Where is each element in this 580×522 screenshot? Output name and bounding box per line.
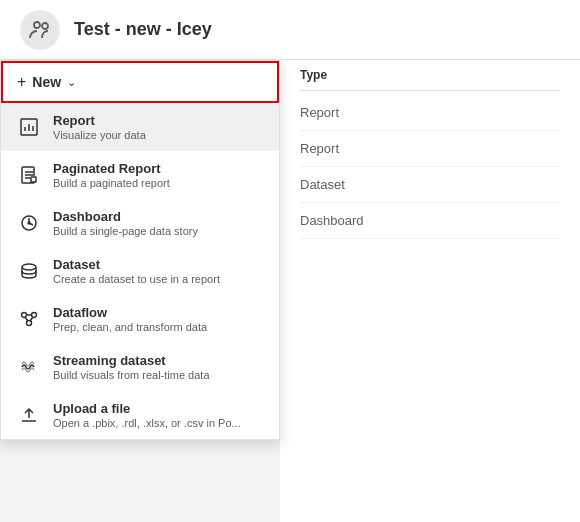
workspace-area: Type Report Report Dataset Dashboard <box>280 60 580 522</box>
people-icon <box>28 18 52 42</box>
table-row: Dataset <box>300 167 560 203</box>
menu-item-dashboard[interactable]: Dashboard Build a single-page data story <box>1 199 279 247</box>
dataflow-text: Dataflow Prep, clean, and transform data <box>53 305 207 333</box>
paginated-report-icon <box>15 161 43 189</box>
dataflow-icon <box>15 305 43 333</box>
menu-item-paginated-report[interactable]: Paginated Report Build a paginated repor… <box>1 151 279 199</box>
type-value: Dashboard <box>300 213 364 228</box>
report-subtitle: Visualize your data <box>53 129 146 141</box>
app-header: Test - new - Icey <box>0 0 580 60</box>
streaming-subtitle: Build visuals from real-time data <box>53 369 210 381</box>
menu-item-dataflow[interactable]: Dataflow Prep, clean, and transform data <box>1 295 279 343</box>
streaming-title: Streaming dataset <box>53 353 210 368</box>
dataset-icon <box>15 257 43 285</box>
upload-title: Upload a file <box>53 401 241 416</box>
paginated-report-subtitle: Build a paginated report <box>53 177 170 189</box>
dataset-title: Dataset <box>53 257 220 272</box>
type-value: Report <box>300 141 339 156</box>
streaming-icon <box>15 353 43 381</box>
new-button-label: New <box>32 74 61 90</box>
dataflow-title: Dataflow <box>53 305 207 320</box>
chevron-down-icon: ⌄ <box>67 76 76 89</box>
workspace-avatar <box>20 10 60 50</box>
dashboard-icon <box>15 209 43 237</box>
menu-item-streaming[interactable]: Streaming dataset Build visuals from rea… <box>1 343 279 391</box>
report-icon <box>15 113 43 141</box>
svg-line-21 <box>25 317 28 321</box>
type-value: Dataset <box>300 177 345 192</box>
type-column-header: Type <box>300 60 560 91</box>
svg-point-15 <box>28 222 30 224</box>
svg-point-17 <box>22 313 27 318</box>
svg-line-22 <box>30 317 33 321</box>
svg-point-1 <box>42 23 48 29</box>
dataset-subtitle: Create a dataset to use in a report <box>53 273 220 285</box>
report-text: Report Visualize your data <box>53 113 146 141</box>
paginated-report-title: Paginated Report <box>53 161 170 176</box>
new-button[interactable]: + New ⌄ <box>1 61 279 103</box>
plus-icon: + <box>17 73 26 91</box>
new-dropdown-panel: + New ⌄ Report Visualize your data <box>0 60 280 440</box>
streaming-text: Streaming dataset Build visuals from rea… <box>53 353 210 381</box>
dataflow-subtitle: Prep, clean, and transform data <box>53 321 207 333</box>
upload-text: Upload a file Open a .pbix, .rdl, .xlsx,… <box>53 401 241 429</box>
svg-point-16 <box>22 264 36 270</box>
svg-point-0 <box>34 22 40 28</box>
menu-item-report[interactable]: Report Visualize your data <box>1 103 279 151</box>
table-row: Report <box>300 131 560 167</box>
menu-item-dataset[interactable]: Dataset Create a dataset to use in a rep… <box>1 247 279 295</box>
dashboard-title: Dashboard <box>53 209 198 224</box>
table-row: Report <box>300 95 560 131</box>
table-row: Dashboard <box>300 203 560 239</box>
upload-icon <box>15 401 43 429</box>
dashboard-text: Dashboard Build a single-page data story <box>53 209 198 237</box>
dataset-text: Dataset Create a dataset to use in a rep… <box>53 257 220 285</box>
main-area: + New ⌄ Report Visualize your data <box>0 60 580 522</box>
page-title: Test - new - Icey <box>74 19 212 40</box>
menu-item-upload[interactable]: Upload a file Open a .pbix, .rdl, .xlsx,… <box>1 391 279 439</box>
paginated-report-text: Paginated Report Build a paginated repor… <box>53 161 170 189</box>
type-value: Report <box>300 105 339 120</box>
dashboard-subtitle: Build a single-page data story <box>53 225 198 237</box>
upload-subtitle: Open a .pbix, .rdl, .xlsx, or .csv in Po… <box>53 417 241 429</box>
report-title: Report <box>53 113 146 128</box>
